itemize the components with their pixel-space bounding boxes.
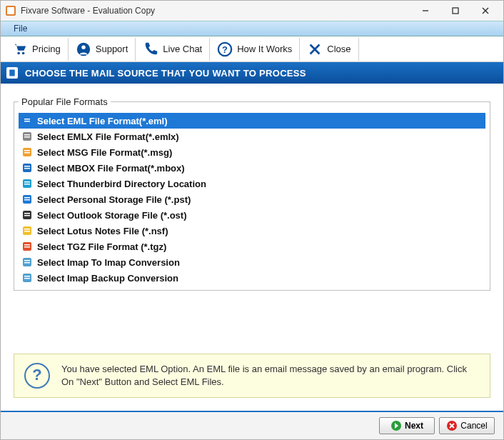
cancel-label: Cancel bbox=[460, 421, 487, 431]
format-item[interactable]: Select MSG File Format(*.msg) bbox=[19, 144, 485, 160]
format-item[interactable]: Select TGZ File Format (*.tgz) bbox=[19, 239, 485, 254]
banner-text: CHOOSE THE MAIL SOURCE THAT YOU WANT TO … bbox=[25, 68, 306, 79]
file-type-icon bbox=[21, 146, 33, 158]
svg-rect-37 bbox=[24, 229, 30, 230]
format-item[interactable]: Select Imap Backup Conversion bbox=[19, 270, 485, 286]
cancel-button[interactable]: Cancel bbox=[439, 417, 495, 434]
format-item[interactable]: Select MBOX File Format(*.mbox) bbox=[19, 160, 485, 176]
format-item[interactable]: Select Personal Storage File (*.pst) bbox=[19, 191, 485, 207]
format-item-label: Select Personal Storage File (*.pst) bbox=[37, 194, 191, 205]
format-item[interactable]: Select Imap To Imap Conversion bbox=[19, 254, 485, 270]
headset-icon bbox=[76, 41, 91, 57]
menubar: File bbox=[1, 21, 503, 36]
howitworks-label: How It Works bbox=[237, 44, 292, 54]
howitworks-button[interactable]: ? How It Works bbox=[210, 38, 300, 61]
format-item[interactable]: Select Lotus Notes File (*.nsf) bbox=[19, 223, 485, 239]
file-type-icon bbox=[21, 272, 33, 284]
pricing-button[interactable]: Pricing bbox=[5, 38, 69, 61]
svg-point-7 bbox=[22, 51, 25, 54]
format-item-label: Select Imap Backup Conversion bbox=[37, 273, 178, 284]
svg-rect-25 bbox=[24, 166, 30, 167]
phone-icon bbox=[143, 41, 158, 57]
file-type-icon bbox=[21, 194, 33, 205]
formats-group: Popular File Formats Select EML File For… bbox=[14, 96, 490, 291]
svg-rect-32 bbox=[24, 199, 30, 201]
svg-rect-17 bbox=[24, 121, 30, 122]
formats-list: Select EML File Format(*.eml)Select EMLX… bbox=[19, 113, 485, 286]
cancel-icon bbox=[446, 420, 458, 431]
format-item-label: Select EMLX File Format(*.emlx) bbox=[37, 131, 179, 142]
toolbar: Pricing Support Live Chat ? How It Works… bbox=[1, 36, 503, 62]
format-item-label: Select MSG File Format(*.msg) bbox=[37, 147, 172, 158]
file-type-icon bbox=[21, 225, 33, 236]
svg-rect-29 bbox=[24, 184, 30, 185]
svg-point-6 bbox=[17, 51, 20, 54]
next-button[interactable]: Next bbox=[379, 417, 435, 434]
file-type-icon bbox=[21, 209, 33, 221]
window-title: Fixvare Software - Evaluation Copy bbox=[21, 6, 155, 16]
file-type-icon bbox=[21, 162, 33, 174]
banner: CHOOSE THE MAIL SOURCE THAT YOU WANT TO … bbox=[1, 62, 503, 84]
close-app-button[interactable]: Close bbox=[300, 38, 358, 61]
file-type-icon bbox=[21, 256, 33, 268]
footer: Next Cancel bbox=[1, 411, 503, 439]
cart-icon bbox=[12, 41, 28, 57]
titlebar: Fixvare Software - Evaluation Copy bbox=[1, 1, 503, 21]
svg-rect-28 bbox=[24, 181, 30, 183]
pricing-label: Pricing bbox=[32, 44, 61, 54]
svg-point-9 bbox=[81, 45, 86, 49]
svg-rect-3 bbox=[453, 8, 458, 14]
format-item[interactable]: Select EML File Format(*.eml) bbox=[19, 113, 485, 129]
svg-rect-46 bbox=[24, 276, 30, 277]
svg-rect-22 bbox=[24, 150, 30, 151]
format-item-label: Select EML File Format(*.eml) bbox=[37, 116, 168, 126]
svg-rect-35 bbox=[24, 215, 30, 216]
svg-rect-20 bbox=[24, 136, 30, 138]
formats-legend: Popular File Formats bbox=[19, 96, 111, 107]
format-item-label: Select Outlook Storage File (*.ost) bbox=[37, 210, 186, 221]
maximize-button[interactable] bbox=[440, 1, 470, 20]
svg-rect-34 bbox=[24, 213, 30, 214]
format-item[interactable]: Select EMLX File Format(*.emlx) bbox=[19, 129, 485, 144]
svg-rect-44 bbox=[24, 262, 30, 264]
close-window-button[interactable] bbox=[470, 1, 500, 20]
file-type-icon bbox=[21, 178, 33, 189]
menu-file[interactable]: File bbox=[8, 22, 33, 35]
app-icon bbox=[5, 5, 16, 16]
livechat-button[interactable]: Live Chat bbox=[136, 38, 210, 61]
file-type-icon bbox=[21, 131, 33, 142]
minimize-button[interactable] bbox=[410, 1, 440, 20]
close-icon bbox=[307, 41, 323, 57]
svg-rect-31 bbox=[24, 197, 30, 199]
arrow-right-icon bbox=[390, 420, 402, 431]
format-item[interactable]: Select Thunderbird Directory Location bbox=[19, 176, 485, 191]
next-label: Next bbox=[405, 421, 423, 431]
format-item[interactable]: Select Outlook Storage File (*.ost) bbox=[19, 207, 485, 223]
svg-rect-41 bbox=[24, 246, 30, 248]
format-item-label: Select TGZ File Format (*.tgz) bbox=[37, 241, 166, 252]
content-area: Popular File Formats Select EML File For… bbox=[1, 84, 503, 411]
document-icon bbox=[6, 67, 18, 79]
format-item-label: Select MBOX File Format(*.mbox) bbox=[37, 163, 185, 174]
support-button[interactable]: Support bbox=[69, 38, 136, 61]
svg-rect-19 bbox=[24, 134, 30, 136]
format-item-label: Select Lotus Notes File (*.nsf) bbox=[37, 226, 168, 236]
svg-rect-14 bbox=[9, 70, 15, 76]
close-label: Close bbox=[327, 44, 351, 54]
question-icon: ? bbox=[217, 41, 233, 57]
format-item-label: Select Imap To Imap Conversion bbox=[37, 257, 180, 268]
svg-rect-16 bbox=[24, 119, 30, 120]
svg-rect-38 bbox=[24, 231, 30, 232]
svg-rect-43 bbox=[24, 260, 30, 261]
svg-rect-1 bbox=[7, 7, 14, 14]
info-icon: ? bbox=[24, 363, 50, 389]
svg-text:?: ? bbox=[222, 44, 228, 54]
format-item-label: Select Thunderbird Directory Location bbox=[37, 179, 206, 189]
hint-panel: ? You have selected EML Option. An EML f… bbox=[14, 354, 490, 398]
hint-text: You have selected EML Option. An EML fil… bbox=[61, 363, 480, 389]
livechat-label: Live Chat bbox=[163, 44, 202, 54]
svg-rect-40 bbox=[24, 244, 30, 246]
file-type-icon bbox=[21, 241, 33, 252]
svg-rect-26 bbox=[24, 168, 30, 169]
support-label: Support bbox=[96, 44, 128, 54]
